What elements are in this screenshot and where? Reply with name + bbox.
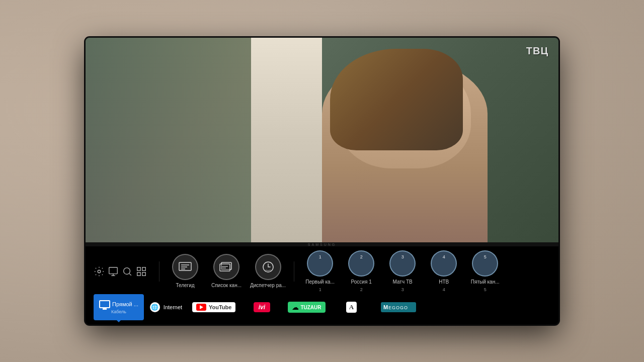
sidebar-item-dispatcher[interactable]: Диспетчер ра... <box>250 254 286 289</box>
svg-rect-3 <box>137 267 140 270</box>
channel-2-circle: 2 <box>348 250 374 277</box>
svg-rect-12 <box>220 264 230 271</box>
svg-text:EGOGO: EGOGO <box>388 305 408 310</box>
channel-1-num: 1 <box>319 287 321 292</box>
svg-rect-1 <box>109 267 118 274</box>
amediateka-button: A <box>346 302 357 313</box>
ivi-label: ivi <box>259 304 265 311</box>
dispatcher-label: Диспетчер ра... <box>250 282 286 289</box>
amediateka-label: A <box>349 303 354 311</box>
channel-row: Телегид Список кан... <box>86 246 558 294</box>
channel-3-circle: 3 <box>389 250 416 277</box>
channel-item-2[interactable]: 2 Россия 1 2 <box>344 250 379 292</box>
samsung-bar: SAMSUNG <box>86 242 558 246</box>
svg-point-0 <box>98 270 101 273</box>
search-icon[interactable] <box>122 266 133 277</box>
youtube-label: YouTube <box>209 304 231 310</box>
app-tuzaur[interactable]: ☁ TUZAUR <box>284 294 329 320</box>
channel-logo: ТВЦ <box>526 45 548 57</box>
channel-item-1[interactable]: 1 Первый ка... 1 <box>302 250 338 292</box>
sidebar-item-teleguide[interactable]: Телегид <box>168 254 203 289</box>
app-megogo[interactable]: M EGOGO <box>374 294 423 320</box>
megogo-button: M EGOGO <box>378 299 419 316</box>
internet-label: Internet <box>164 304 182 310</box>
channel-4-label: НТВ <box>439 279 449 285</box>
divider <box>159 261 159 282</box>
tv-screen: ТВЦ SAMSUNG <box>86 38 558 324</box>
youtube-button: YouTube <box>192 302 235 312</box>
teleguide-label: Телегид <box>176 282 194 289</box>
video-area: ТВЦ <box>86 38 558 242</box>
app-row: Прямой ... Кабель 🌐 Internet <box>86 294 558 324</box>
channel-2-label: Россия 1 <box>351 279 372 285</box>
live-tv-label: Прямой ... <box>112 301 138 307</box>
channel-item-5[interactable]: 5 Пятый кан... 5 <box>467 250 503 292</box>
channel-4-num: 4 <box>443 287 445 292</box>
app-internet[interactable]: 🌐 Internet <box>144 294 188 320</box>
youtube-play-icon <box>196 304 206 311</box>
svg-rect-6 <box>142 272 145 275</box>
internet-globe-icon: 🌐 <box>150 302 160 312</box>
channel-3-label: Матч ТВ <box>393 279 413 285</box>
channel-5-circle: 5 <box>472 250 498 277</box>
channel-2-num: 2 <box>360 287 363 292</box>
channel-item-3[interactable]: 3 Матч ТВ 3 <box>385 250 420 292</box>
channel-5-num: 5 <box>484 287 487 292</box>
app-amediateka[interactable]: A <box>330 294 374 320</box>
channel-3-num: 3 <box>401 287 404 292</box>
live-tv-icon <box>99 300 110 308</box>
channel-4-circle: 4 <box>431 250 457 277</box>
channel-list-label: Список кан... <box>211 282 242 289</box>
live-tv-content: Прямой ... Кабель <box>99 300 138 314</box>
live-tv-icon-row: Прямой ... <box>99 300 138 308</box>
svg-point-2 <box>124 267 130 274</box>
nav-icons <box>94 266 147 277</box>
scene-bg-left <box>86 38 251 242</box>
channel-item-4[interactable]: 4 НТВ 4 <box>426 250 461 292</box>
input-icon[interactable] <box>108 266 119 277</box>
divider2 <box>294 261 294 282</box>
settings-icon[interactable] <box>94 266 105 277</box>
app-live-tv[interactable]: Прямой ... Кабель <box>94 294 144 320</box>
channel-list-icon <box>213 254 239 280</box>
teleguide-icon <box>172 254 198 280</box>
sidebar-item-channel-list[interactable]: Список кан... <box>209 254 244 289</box>
app-youtube[interactable]: YouTube <box>188 294 239 320</box>
video-content: ТВЦ <box>86 38 558 242</box>
channel-1-circle: 1 <box>307 250 333 277</box>
scene-bg-center <box>251 38 322 242</box>
svg-rect-4 <box>142 267 145 270</box>
tuzaur-button: ☁ TUZAUR <box>288 302 325 313</box>
tuzaur-label: TUZAUR <box>300 305 321 310</box>
samsung-brand: SAMSUNG <box>308 243 336 246</box>
app-ivi[interactable]: ivi <box>239 294 284 320</box>
dispatcher-icon <box>255 254 281 280</box>
channel-1-label: Первый ка... <box>305 279 335 285</box>
grid-icon[interactable] <box>136 266 147 277</box>
channel-5-label: Пятый кан... <box>471 279 500 285</box>
tv-frame: ТВЦ SAMSUNG <box>86 38 558 324</box>
live-tv-sublabel: Кабель <box>111 309 126 314</box>
svg-rect-5 <box>137 272 140 275</box>
person-figure <box>322 58 488 242</box>
ivi-button: ivi <box>254 302 270 312</box>
svg-text:M: M <box>383 304 388 310</box>
smart-tv-ui: Телегид Список кан... <box>86 246 558 324</box>
internet-icon-row: 🌐 Internet <box>150 302 182 312</box>
